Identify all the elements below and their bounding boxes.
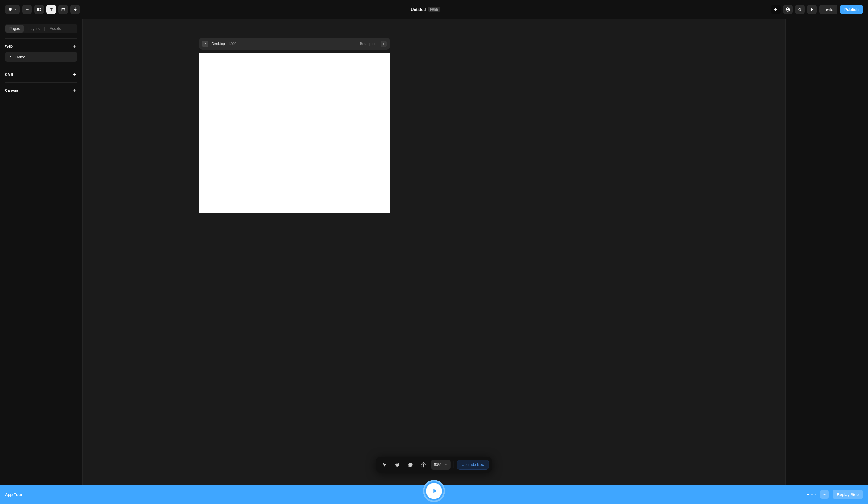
tour-play-button[interactable] (424, 482, 444, 501)
add-canvas-button[interactable]: + (72, 88, 78, 93)
toolbar-separator (454, 461, 454, 469)
hand-tool[interactable] (392, 459, 403, 470)
right-panel (785, 19, 868, 485)
tour-dot (815, 494, 816, 495)
gear-button[interactable] (795, 4, 805, 14)
insert-button[interactable] (22, 4, 32, 14)
artboard[interactable] (199, 53, 390, 213)
brightness-tool[interactable] (418, 459, 429, 470)
home-icon (9, 55, 12, 59)
preview-play-button[interactable] (807, 4, 817, 14)
tab-layers[interactable]: Layers (24, 25, 44, 33)
text-tool-button[interactable] (46, 4, 56, 14)
tour-dot (811, 494, 813, 495)
cursor-tool[interactable] (379, 459, 390, 470)
section-cms-title: CMS (5, 73, 13, 77)
section-web-title: Web (5, 44, 13, 49)
frame-header[interactable]: Desktop 1200 Breakpoint + (199, 38, 390, 50)
cms-tool-button[interactable] (58, 4, 68, 14)
actions-tool-button[interactable] (70, 4, 80, 14)
app-menu-button[interactable] (5, 4, 20, 14)
publish-button[interactable]: Publish (840, 4, 863, 14)
breakpoint-label: Breakpoint (360, 42, 378, 46)
left-sidebar: Pages Layers Assets Web + Home CMS + Can… (0, 19, 83, 485)
upgrade-button[interactable]: Upgrade Now (457, 460, 489, 470)
add-cms-button[interactable]: + (72, 72, 78, 78)
section-web: Web + Home (5, 38, 78, 62)
canvas[interactable]: Desktop 1200 Breakpoint + 50% (83, 19, 785, 485)
comment-tool[interactable] (405, 459, 416, 470)
svg-point-4 (823, 494, 823, 495)
frame-play-icon[interactable] (202, 41, 208, 47)
svg-rect-0 (37, 8, 39, 11)
svg-rect-2 (39, 10, 41, 11)
replay-step-button[interactable]: Replay Step (833, 490, 863, 499)
svg-point-6 (826, 494, 826, 495)
svg-point-3 (423, 464, 424, 466)
project-title[interactable]: Untitled (411, 7, 426, 12)
tour-title: App Tour (5, 492, 22, 497)
add-web-page-button[interactable]: + (72, 43, 78, 49)
zoom-dropdown[interactable]: 50% (431, 460, 451, 470)
main-area: Pages Layers Assets Web + Home CMS + Can… (0, 19, 868, 485)
frame-device-label: Desktop (211, 42, 225, 46)
svg-rect-1 (39, 8, 41, 9)
topbar: Untitled FREE Invite Publish (0, 0, 868, 19)
globe-button[interactable] (783, 4, 793, 14)
page-item-home[interactable]: Home (5, 52, 78, 62)
section-cms: CMS + (5, 67, 78, 78)
layout-tool-button[interactable] (34, 4, 44, 14)
frame-width: 1200 (228, 42, 236, 46)
invite-button[interactable]: Invite (819, 4, 837, 14)
tour-more-button[interactable] (820, 490, 829, 499)
tour-dot (807, 494, 809, 495)
add-breakpoint-button[interactable]: + (381, 41, 387, 47)
tour-dots (807, 494, 816, 495)
svg-point-5 (824, 494, 825, 495)
play-icon (431, 487, 438, 494)
tab-pages[interactable]: Pages (5, 25, 24, 33)
tab-assets[interactable]: Assets (45, 25, 65, 33)
lightning-button[interactable] (771, 4, 781, 14)
sidebar-tabs: Pages Layers Assets (5, 24, 78, 33)
page-item-label: Home (16, 55, 25, 59)
section-canvas-title: Canvas (5, 88, 18, 93)
zoom-value: 50% (434, 463, 442, 467)
tab-separator (44, 27, 45, 31)
plan-badge: FREE (428, 7, 440, 12)
canvas-toolbar: 50% Upgrade Now (376, 457, 492, 473)
tour-bar: App Tour Replay Step (0, 485, 868, 504)
section-canvas: Canvas + (5, 82, 78, 93)
chevron-down-icon (444, 463, 447, 466)
